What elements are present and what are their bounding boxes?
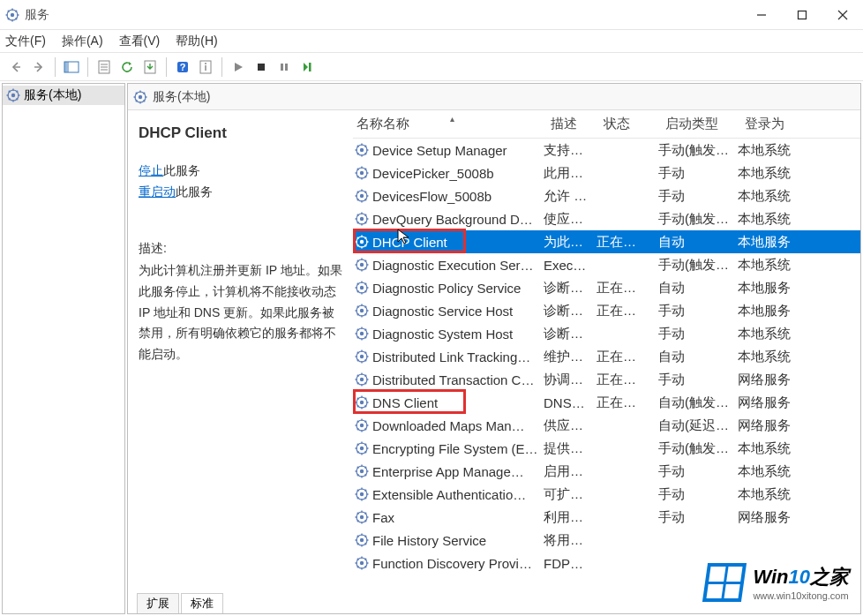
cell-name: DevicePicker_5008b <box>372 166 494 181</box>
properties-button[interactable] <box>94 56 115 78</box>
cell-name: Extensible Authenticatio… <box>372 487 526 502</box>
back-button[interactable] <box>5 56 26 78</box>
refresh-button[interactable] <box>116 56 138 78</box>
svg-rect-39 <box>281 64 283 71</box>
service-row[interactable]: Device Setup Manager支持…手动(触发…本地系统 <box>353 139 860 162</box>
cell-name: DevicesFlow_5008b <box>372 189 492 204</box>
cell-logon: 本地服务 <box>738 280 817 297</box>
start-service-button[interactable] <box>228 56 249 78</box>
stop-service-button[interactable] <box>251 56 272 78</box>
service-row[interactable]: File History Service将用… <box>353 529 860 552</box>
cell-startup: 手动(触发… <box>658 142 738 159</box>
gear-icon <box>355 166 369 180</box>
gear-icon <box>355 258 369 272</box>
service-row[interactable]: Diagnostic Execution Ser…Exec…手动(触发…本地系统 <box>353 253 860 276</box>
service-row[interactable]: Encrypting File System (E…提供…手动(触发…本地系统 <box>353 437 860 460</box>
tree-pane: 服务(本地) <box>2 83 125 614</box>
cell-logon: 本地系统 <box>738 257 817 274</box>
maximize-button[interactable] <box>782 0 822 30</box>
service-row[interactable]: DevQuery Background D…使应…手动(触发…本地系统 <box>353 207 860 230</box>
menu-file[interactable]: 文件(F) <box>5 34 46 49</box>
cell-logon: 本地系统 <box>738 326 817 342</box>
restart-service-link[interactable]: 重启动 <box>139 184 176 199</box>
service-row[interactable]: Distributed Transaction C…协调…正在…手动网络服务 <box>353 368 860 391</box>
cell-desc: 诊断… <box>544 326 597 342</box>
cell-startup: 自动(延迟… <box>658 417 738 434</box>
title-bar: 服务 <box>0 0 863 30</box>
menu-help[interactable]: 帮助(H) <box>176 34 217 49</box>
gear-icon <box>355 395 369 409</box>
service-row[interactable]: DevicePicker_5008b此用…手动本地系统 <box>353 162 860 184</box>
close-button[interactable] <box>822 0 863 30</box>
col-startup[interactable]: 启动类型 <box>662 110 741 138</box>
cell-name: Distributed Link Tracking… <box>372 349 530 364</box>
col-logon[interactable]: 登录为 <box>741 110 821 138</box>
service-row[interactable]: Diagnostic Service Host诊断…正在…手动本地服务 <box>353 299 860 322</box>
cell-logon: 本地系统 <box>738 463 817 480</box>
cell-logon: 网络服务 <box>738 509 817 526</box>
service-row[interactable]: Enterprise App Manage…启用…手动本地系统 <box>353 460 860 483</box>
cell-desc: Exec… <box>544 258 597 273</box>
cell-desc: FDP… <box>544 556 597 571</box>
service-row[interactable]: Diagnostic System Host诊断…手动本地系统 <box>353 322 860 345</box>
cell-desc: 支持… <box>544 142 597 159</box>
tree-item-services-local[interactable]: 服务(本地) <box>3 86 124 105</box>
service-row[interactable]: Diagnostic Policy Service诊断…正在…自动本地服务 <box>353 276 860 299</box>
watermark-url: www.win10xitong.com <box>753 590 849 601</box>
service-row[interactable]: Fax利用…手动网络服务 <box>353 506 860 529</box>
selected-service-name: DHCP Client <box>139 124 344 142</box>
col-desc[interactable]: 描述 <box>547 110 600 138</box>
cell-startup: 自动 <box>658 280 738 297</box>
watermark-title: Win10之家 <box>753 564 849 590</box>
cell-status: 正在… <box>597 234 658 251</box>
cell-startup: 手动 <box>658 188 738 205</box>
show-hide-tree-button[interactable] <box>61 56 82 78</box>
gear-icon <box>355 349 369 364</box>
restart-service-link-row: 重启动此服务 <box>139 184 344 200</box>
cell-logon: 本地系统 <box>738 188 817 205</box>
minimize-button[interactable] <box>741 0 782 30</box>
gear-icon <box>355 212 369 226</box>
col-status[interactable]: 状态 <box>600 110 662 138</box>
restart-service-button[interactable] <box>296 56 318 78</box>
cell-name: DNS Client <box>372 395 438 410</box>
menu-action[interactable]: 操作(A) <box>62 34 103 49</box>
gear-icon <box>355 235 369 249</box>
menu-view[interactable]: 查看(V) <box>119 34 161 49</box>
gear-icon <box>355 304 369 318</box>
cell-startup: 手动(触发… <box>658 440 738 457</box>
detail-pane: DHCP Client 停止此服务 重启动此服务 描述: 为此计算机注册并更新 … <box>128 110 353 594</box>
service-row[interactable]: Extensible Authenticatio…可扩…手动本地系统 <box>353 483 860 506</box>
cell-startup: 手动 <box>658 463 738 480</box>
svg-text:?: ? <box>180 62 186 72</box>
service-row[interactable]: DHCP Client为此…正在…自动本地服务 <box>353 230 860 253</box>
service-row[interactable]: Distributed Link Tracking…维护…正在…自动本地系统 <box>353 345 860 368</box>
gear-icon <box>355 418 369 432</box>
forward-button[interactable] <box>28 56 49 78</box>
cell-startup: 手动(触发… <box>658 211 738 228</box>
service-row[interactable]: Downloaded Maps Man…供应…自动(延迟…网络服务 <box>353 414 860 437</box>
gear-icon <box>355 533 369 547</box>
col-name[interactable]: 名称名称▴ <box>353 110 547 138</box>
cell-logon: 网络服务 <box>738 394 817 411</box>
tab-extended[interactable]: 扩展 <box>137 593 179 613</box>
svg-rect-25 <box>34 66 41 67</box>
svg-rect-21 <box>799 11 807 19</box>
cell-name: Diagnostic Execution Ser… <box>372 258 534 273</box>
stop-service-link[interactable]: 停止 <box>139 163 163 177</box>
help-button[interactable]: ? <box>172 56 193 78</box>
export-button[interactable] <box>139 56 161 78</box>
service-row[interactable]: DNS ClientDNS…正在…自动(触发…网络服务 <box>353 391 860 414</box>
pause-service-button[interactable] <box>274 56 295 78</box>
gear-icon <box>355 143 369 157</box>
cell-name: Diagnostic System Host <box>372 327 513 342</box>
cell-name: DHCP Client <box>372 235 447 250</box>
main-header: 服务(本地) <box>128 84 860 110</box>
cell-status: 正在… <box>597 280 658 297</box>
info-button[interactable] <box>195 56 216 78</box>
gear-icon <box>355 372 369 387</box>
service-row[interactable]: DevicesFlow_5008b允许 …手动本地系统 <box>353 184 860 207</box>
tab-standard[interactable]: 标准 <box>181 593 223 613</box>
gear-icon <box>355 189 369 203</box>
main-pane: 服务(本地) DHCP Client 停止此服务 重启动此服务 描述: 为此计算… <box>127 83 861 614</box>
